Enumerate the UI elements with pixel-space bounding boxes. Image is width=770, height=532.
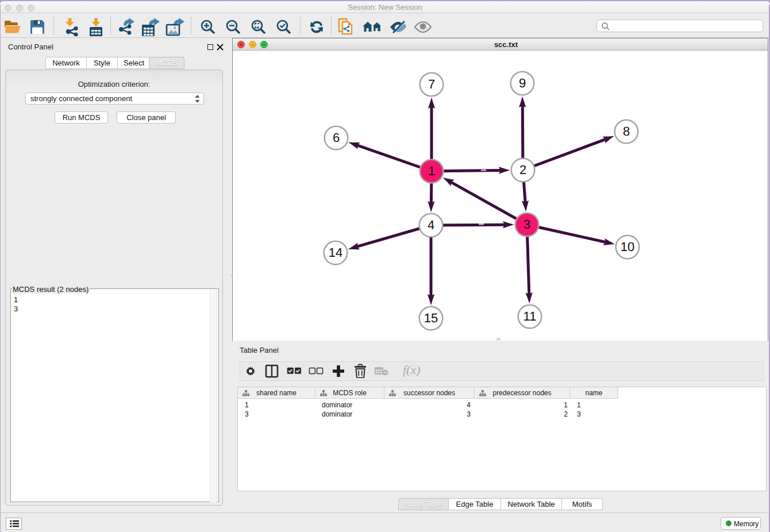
svg-text:15: 15 <box>424 311 438 325</box>
svg-text:7: 7 <box>428 77 435 91</box>
svg-text:14: 14 <box>329 245 342 260</box>
svg-text:8: 8 <box>623 124 630 138</box>
svg-text:10: 10 <box>621 240 634 254</box>
svg-text:2: 2 <box>519 163 526 177</box>
svg-text:6: 6 <box>333 130 340 145</box>
svg-text:4: 4 <box>428 218 434 232</box>
svg-text:9: 9 <box>519 76 526 90</box>
svg-text:11: 11 <box>523 309 537 323</box>
svg-text:3: 3 <box>523 217 530 232</box>
svg-text:1: 1 <box>428 164 435 178</box>
